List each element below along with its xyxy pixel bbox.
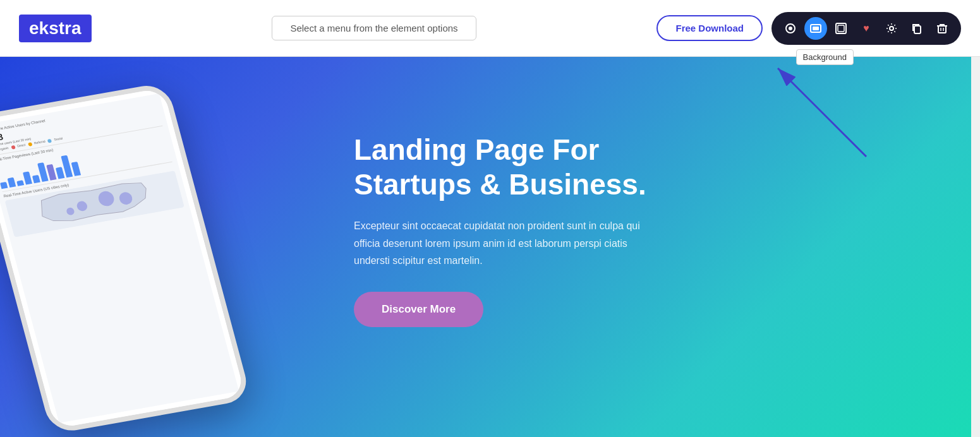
top-bar: ekstra Select a menu from the element op… [0,0,980,57]
delete-icon-button[interactable] [931,17,953,40]
hero-subtext: Excepteur sint occaecat cupidatat non pr… [354,217,657,269]
legend-dot-social [47,139,52,143]
settings-icon-button[interactable] [880,17,903,40]
svg-rect-5 [838,25,844,32]
toolbar: ♥ [771,12,961,45]
bar-5 [32,175,40,183]
bar-8 [56,167,65,179]
copy-icon [911,23,923,34]
background-icon-button[interactable] [804,17,827,40]
delete-icon [936,23,948,34]
bar-10 [71,162,82,176]
svg-rect-7 [914,26,921,33]
background-tooltip: Background [796,49,854,65]
svg-point-1 [789,27,792,30]
element-icon [785,23,796,34]
hero-section: Real-Time Active Users by Channel 158 Re… [0,57,980,437]
bar-4 [23,171,32,184]
phone-mockup: Real-Time Active Users by Channel 158 Re… [13,69,291,423]
phone-device: Real-Time Active Users by Channel 158 Re… [0,82,251,434]
menu-hint-text: Select a menu from the element options [290,23,457,33]
svg-rect-8 [938,26,946,33]
legend-dot-referral [28,142,32,147]
layout-icon-button[interactable] [830,17,852,40]
free-download-button[interactable]: Free Download [656,15,763,41]
heart-icon-button[interactable]: ♥ [855,17,878,40]
element-icon-button[interactable] [779,17,802,40]
svg-point-6 [890,27,893,30]
hero-heading-line1: Landing Page For [354,133,599,166]
legend-dot-direct [11,145,15,150]
hero-heading: Landing Page For Startups & Business. [354,133,657,202]
bar-3 [16,180,24,186]
heart-icon: ♥ [863,23,869,34]
logo: ekstra [19,15,92,42]
top-right-controls: Free Download [656,12,961,45]
tooltip-text: Background [803,52,847,62]
scrollbar[interactable] [971,0,980,437]
svg-rect-3 [813,27,819,30]
settings-icon [886,23,897,34]
hero-heading-line2: Startups & Business. [354,168,646,201]
bar-1 [0,182,8,189]
discover-more-button[interactable]: Discover More [354,292,483,327]
menu-hint-box: Select a menu from the element options [272,16,476,40]
copy-icon-button[interactable] [905,17,928,40]
background-icon [810,23,821,34]
bar-2 [8,177,16,188]
layout-icon [835,23,847,34]
hero-text-container: Landing Page For Startups & Business. Ex… [354,133,657,327]
